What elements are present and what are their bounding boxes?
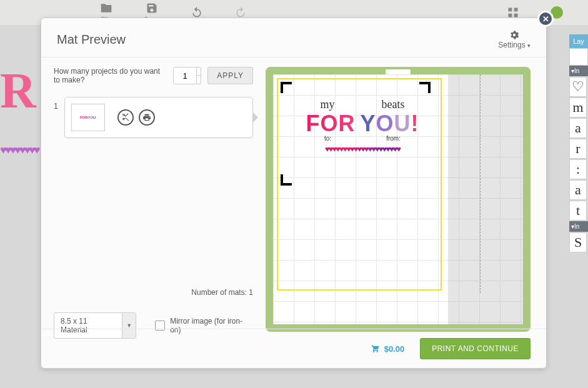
- undo-icon[interactable]: [191, 6, 203, 19]
- mat-preview-area: my beats FOR YOU! to: from: ♥♥♥♥♥♥♥♥♥♥♥♥…: [266, 67, 531, 332]
- canvas-letter: R: [0, 62, 37, 119]
- layer-item[interactable]: a: [569, 118, 587, 138]
- crop-corner-icon: [281, 82, 292, 93]
- modal-title: Mat Preview: [57, 32, 126, 47]
- crop-corner-icon: [281, 174, 292, 186]
- canvas-hearts: ♥♥♥♥♥♥♥♥: [0, 144, 39, 157]
- qty-up-icon[interactable]: ▲: [197, 67, 201, 76]
- print-icon[interactable]: [139, 109, 155, 126]
- gear-icon: [509, 29, 520, 41]
- svg-rect-0: [509, 8, 512, 12]
- arrange-icon[interactable]: [507, 6, 519, 19]
- qty-label: How many projects do you want to make?: [54, 67, 167, 84]
- close-button[interactable]: ✕: [537, 11, 554, 27]
- qty-down-icon[interactable]: ▼: [197, 76, 201, 84]
- layer-item[interactable]: a: [569, 180, 587, 200]
- layers-tab[interactable]: Lay: [569, 34, 588, 48]
- crop-corner-icon: [419, 82, 431, 93]
- scissors-icon[interactable]: [117, 109, 134, 126]
- mats-count-label: Number of mats: 1: [54, 138, 253, 297]
- layer-item[interactable]: :: [569, 159, 587, 179]
- price-label: $0.00: [371, 344, 405, 354]
- apply-button[interactable]: APPLY: [207, 67, 253, 84]
- layer-item[interactable]: t: [569, 201, 587, 221]
- mat-number: 1: [54, 97, 58, 111]
- qty-input[interactable]: [174, 67, 196, 84]
- svg-rect-2: [509, 14, 512, 17]
- mat-preview-modal: ✕ Mat Preview Settings ▾ How many projec…: [41, 17, 547, 369]
- layers-sidebar: Lay ▾ In ♡ m a r : a t ▾ In S: [569, 34, 588, 253]
- cart-icon: [371, 344, 381, 353]
- layer-item[interactable]: m: [569, 97, 587, 117]
- print-continue-button[interactable]: PRINT AND CONTINUE: [420, 338, 531, 359]
- redo-icon[interactable]: [234, 6, 247, 19]
- svg-rect-1: [514, 8, 518, 12]
- svg-rect-3: [514, 14, 518, 17]
- layer-item[interactable]: r: [569, 139, 587, 159]
- layer-item[interactable]: ♡: [569, 77, 587, 97]
- design-artwork: my beats FOR YOU! to: from: ♥♥♥♥♥♥♥♥♥♥♥♥…: [297, 98, 428, 154]
- settings-button[interactable]: Settings ▾: [498, 29, 531, 49]
- caret-down-icon: ▾: [527, 42, 531, 49]
- mat-card[interactable]: FORYOU: [64, 97, 253, 138]
- mat-thumbnail: FORYOU: [71, 104, 105, 131]
- sidebar-section[interactable]: ▾ In: [569, 66, 588, 76]
- layer-item[interactable]: S: [569, 232, 587, 252]
- sidebar-section[interactable]: ▾ In: [569, 221, 588, 232]
